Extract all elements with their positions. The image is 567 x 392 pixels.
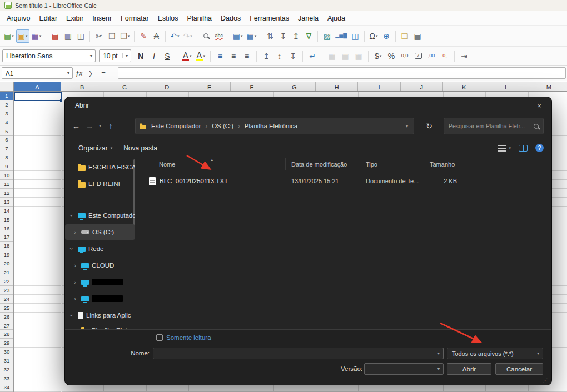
sidebar-item-os-c[interactable]: ›OS (C:) <box>65 224 135 240</box>
insert-hyperlink-icon[interactable]: ⊕ <box>380 29 392 43</box>
column-header-e[interactable]: E <box>188 82 231 92</box>
close-icon[interactable]: × <box>527 97 551 114</box>
dropdown-arrow-icon[interactable]: ▾ <box>39 34 42 38</box>
sort-ascending-icon[interactable]: ↧ <box>277 29 289 43</box>
selected-cell-a1[interactable] <box>14 92 62 101</box>
row-header-1[interactable]: 1 <box>0 92 13 100</box>
column-header-k[interactable]: K <box>443 82 485 92</box>
sidebar-item-redacted-computer-2[interactable]: › <box>65 291 135 306</box>
dropdown-arrow-icon[interactable]: ▾ <box>12 34 14 38</box>
copy-icon[interactable]: ❐ <box>106 29 118 43</box>
up-icon[interactable]: ↑ <box>104 122 117 130</box>
row-header-29[interactable]: 29 <box>0 339 13 348</box>
row-header-33[interactable]: 33 <box>0 374 13 383</box>
dropdown-arrow-icon[interactable]: ▾ <box>190 54 192 58</box>
row-header-9[interactable]: 9 <box>0 162 13 171</box>
column-header-h[interactable]: H <box>316 82 358 92</box>
insert-chart-icon[interactable]: ▂▅▇ <box>334 29 349 43</box>
unmerge-cells-icon[interactable]: ▦ <box>352 49 365 63</box>
select-all-corner[interactable] <box>0 82 14 92</box>
menu-arquivo[interactable]: Arquivo <box>2 12 34 24</box>
search-input[interactable] <box>449 123 530 129</box>
row-header-21[interactable]: 21 <box>0 268 13 277</box>
column-header-l[interactable]: L <box>485 82 528 92</box>
row-header-11[interactable]: 11 <box>0 180 13 189</box>
row-header-27[interactable]: 27 <box>0 321 13 330</box>
dropdown-arrow-icon[interactable]: ▾ <box>380 54 382 58</box>
row-header-3[interactable]: 3 <box>0 109 13 118</box>
clear-formatting-icon[interactable]: A <box>150 29 162 43</box>
insert-comment-icon[interactable]: ❏ <box>399 29 411 43</box>
readonly-option[interactable]: Somente leitura <box>156 334 211 341</box>
print-preview-icon[interactable]: ◫ <box>74 29 87 43</box>
currency-format-icon[interactable]: $▾ <box>372 49 384 63</box>
menu-formatar[interactable]: Formatar <box>116 12 153 24</box>
insert-column-icon[interactable]: ▦▾ <box>245 29 258 43</box>
sum-icon[interactable]: ∑ <box>85 69 97 77</box>
menu-janela[interactable]: Janela <box>294 12 323 24</box>
column-header-f[interactable]: F <box>231 82 273 92</box>
merge-and-center-cells-icon[interactable]: ▦ <box>326 49 338 63</box>
bold-icon[interactable]: N <box>135 49 147 63</box>
export-pdf-icon[interactable]: ▤ <box>49 29 61 43</box>
column-header-a[interactable]: A <box>14 82 61 92</box>
insert-row-icon[interactable]: ▦▾ <box>231 29 245 43</box>
font-size-combo[interactable]: 10 pt ▾ <box>99 49 131 62</box>
search-box[interactable] <box>444 118 544 134</box>
file-row[interactable]: BLC_00120250113.TXT13/01/2025 15:21Docum… <box>137 174 551 188</box>
row-header-10[interactable]: 10 <box>0 171 13 180</box>
chevron-expanded-icon[interactable]: › <box>68 212 75 219</box>
version-input[interactable] <box>365 366 434 373</box>
formula-icon[interactable]: = <box>97 69 110 77</box>
font-name-dropdown-icon[interactable]: ▾ <box>87 53 95 58</box>
wrap-text-icon[interactable]: ↵ <box>306 49 319 63</box>
align-center-icon[interactable]: ≡ <box>227 49 240 63</box>
dropdown-arrow-icon[interactable]: ▾ <box>376 34 378 38</box>
date-format-icon[interactable]: 7 <box>412 49 424 63</box>
row-header-4[interactable]: 4 <box>0 118 13 127</box>
menu-ajuda[interactable]: Ajuda <box>323 12 350 24</box>
print-icon[interactable]: ▥ <box>62 29 74 43</box>
font-size-dropdown-icon[interactable]: ▾ <box>122 53 131 58</box>
autofilter-icon[interactable]: ∇ <box>302 29 315 43</box>
column-header-j[interactable]: J <box>401 82 443 92</box>
headers-footers-icon[interactable]: ▤ <box>411 29 424 43</box>
row-header-18[interactable]: 18 <box>0 242 13 250</box>
history-dropdown-icon[interactable]: ▾ <box>96 124 104 128</box>
menu-inserir[interactable]: Inserir <box>88 12 116 24</box>
increase-indent-icon[interactable]: ⇥ <box>458 49 470 63</box>
file-type-select[interactable]: Todos os arquivos (*.*) ▾ <box>447 348 543 359</box>
breadcrumb-dropdown-icon[interactable]: ▾ <box>406 124 410 129</box>
cancel-button[interactable]: Cancelar <box>495 363 543 375</box>
new-document-icon[interactable]: ▤▾ <box>2 29 16 43</box>
redo-icon[interactable]: ↷▾ <box>182 29 194 43</box>
row-header-15[interactable]: 15 <box>0 215 13 224</box>
cut-icon[interactable]: ✂ <box>93 29 105 43</box>
sidebar-item-links-para-aplicativos[interactable]: ›Links para Aplic <box>65 308 135 323</box>
name-box-dropdown-icon[interactable]: ▾ <box>64 71 72 76</box>
align-right-icon[interactable]: ≡ <box>241 49 253 63</box>
breadcrumb-item-planilha-eletronica[interactable]: Planilha Eletrônica <box>242 122 300 130</box>
special-character-icon[interactable]: Ω▾ <box>367 29 380 43</box>
row-header-7[interactable]: 7 <box>0 144 13 153</box>
underline-icon[interactable]: S <box>161 49 173 63</box>
chevron-collapsed-icon[interactable]: › <box>72 229 78 235</box>
number-format-icon[interactable]: 0,0 <box>399 49 411 63</box>
dropdown-arrow-icon[interactable]: ▾ <box>203 54 206 58</box>
row-header-28[interactable]: 28 <box>0 330 13 339</box>
file-name-combo[interactable]: ▾ <box>153 348 444 359</box>
dropdown-arrow-icon[interactable]: ▾ <box>128 34 130 38</box>
change-view-button[interactable]: ▾ <box>498 145 511 152</box>
open-button[interactable]: Abrir <box>447 363 491 375</box>
help-icon[interactable]: ? <box>535 144 544 152</box>
file-name-dropdown-icon[interactable]: ▾ <box>434 351 443 356</box>
row-header-32[interactable]: 32 <box>0 365 13 374</box>
row-header-12[interactable]: 12 <box>0 189 13 198</box>
sort-icon[interactable]: ⇅ <box>264 29 276 43</box>
find-replace-icon[interactable] <box>200 29 212 43</box>
paste-icon[interactable]: ❒▾ <box>118 29 131 43</box>
name-box[interactable]: A1 ▾ <box>2 67 73 79</box>
clone-formatting-icon[interactable]: ✎ <box>137 29 150 43</box>
row-header-23[interactable]: 23 <box>0 286 13 295</box>
chevron-collapsed-icon[interactable]: › <box>72 262 78 269</box>
